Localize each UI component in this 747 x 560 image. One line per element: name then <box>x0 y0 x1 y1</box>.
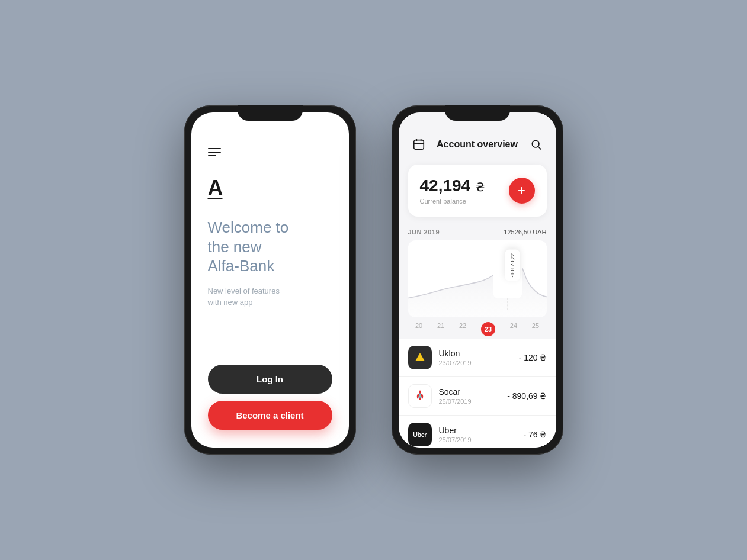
svg-line-5 <box>538 147 541 150</box>
welcome-text: Welcome tothe newAlfa-Bank New level of … <box>208 218 332 308</box>
uklon-amount: - 120 ₴ <box>519 353 547 362</box>
chart-label-25: 25 <box>532 322 539 336</box>
uber-amount: - 76 ₴ <box>523 430 546 439</box>
search-icon[interactable] <box>528 136 544 153</box>
transaction-uber[interactable]: Uber Uber 25/07/2019 - 76 ₴ <box>399 416 556 448</box>
socar-info: Socar 25/07/2019 <box>439 387 508 405</box>
balance-amount-row: 42,194 ₴ <box>420 176 485 195</box>
chart-labels: 20 21 22 23 24 25 <box>408 317 547 339</box>
menu-icon[interactable] <box>208 148 221 156</box>
svg-point-4 <box>532 140 539 147</box>
socar-amount: - 890,69 ₴ <box>507 391 546 401</box>
chart-total: - 12526,50 UAH <box>500 228 547 236</box>
uklon-date: 23/07/2019 <box>439 359 519 366</box>
uber-info: Uber 25/07/2019 <box>439 426 524 443</box>
become-client-button[interactable]: Become a client <box>208 401 332 430</box>
uber-icon: Uber <box>408 423 432 446</box>
transaction-socar[interactable]: Socar 25/07/2019 - 890,69 ₴ <box>399 377 556 416</box>
phone-login: A Welcome tothe newAlfa-Bank New level o… <box>184 105 356 455</box>
auth-buttons: Log In Become a client <box>208 365 332 430</box>
alfa-logo: A <box>208 178 332 199</box>
welcome-title: Welcome tothe newAlfa-Bank <box>208 218 332 276</box>
notch-right <box>445 105 510 121</box>
chart-section: JUN 2019 - 12526,50 UAH <box>399 221 556 339</box>
phone2-screen: Account overview 42,194 ₴ Current balanc… <box>399 112 556 448</box>
phone1-screen: A Welcome tothe newAlfa-Bank New level o… <box>191 112 349 448</box>
socar-date: 25/07/2019 <box>439 398 508 405</box>
balance-currency: ₴ <box>476 181 485 194</box>
uklon-name: Uklon <box>439 349 519 358</box>
chart-header: JUN 2019 - 12526,50 UAH <box>408 228 547 236</box>
socar-name: Socar <box>439 387 508 397</box>
chart-tooltip: -10120,22 <box>505 250 520 281</box>
calendar-icon[interactable] <box>411 136 427 153</box>
svg-marker-8 <box>415 353 425 361</box>
header-title: Account overview <box>437 139 518 150</box>
balance-card: 42,194 ₴ Current balance + <box>408 165 547 217</box>
balance-label: Current balance <box>420 198 485 205</box>
svg-rect-0 <box>413 140 424 150</box>
add-button[interactable]: + <box>509 178 535 204</box>
login-button[interactable]: Log In <box>208 365 332 394</box>
chart-label-21: 21 <box>437 322 444 336</box>
welcome-subtitle: New level of featureswith new app <box>208 285 332 308</box>
alfa-logo-letter: A <box>208 178 332 199</box>
chart-area: -10120,22 <box>408 240 547 317</box>
chart-label-22: 22 <box>459 322 466 336</box>
uklon-icon <box>408 346 432 369</box>
phones-container: A Welcome tothe newAlfa-Bank New level o… <box>184 105 563 455</box>
phone-account: Account overview 42,194 ₴ Current balanc… <box>392 105 563 455</box>
balance-amount: 42,194 <box>420 176 471 195</box>
notch-left <box>238 105 303 121</box>
socar-icon <box>408 384 432 408</box>
uklon-info: Uklon 23/07/2019 <box>439 349 519 366</box>
uber-date: 25/07/2019 <box>439 436 524 443</box>
chart-label-23-active[interactable]: 23 <box>481 322 495 336</box>
uber-name: Uber <box>439 426 524 435</box>
chart-label-24: 24 <box>510 322 517 336</box>
chart-label-20: 20 <box>415 322 422 336</box>
transactions-list: Uklon 23/07/2019 - 120 ₴ <box>399 339 556 448</box>
balance-info: 42,194 ₴ Current balance <box>420 176 485 205</box>
chart-month: JUN 2019 <box>408 228 440 236</box>
transaction-uklon[interactable]: Uklon 23/07/2019 - 120 ₴ <box>399 339 556 377</box>
